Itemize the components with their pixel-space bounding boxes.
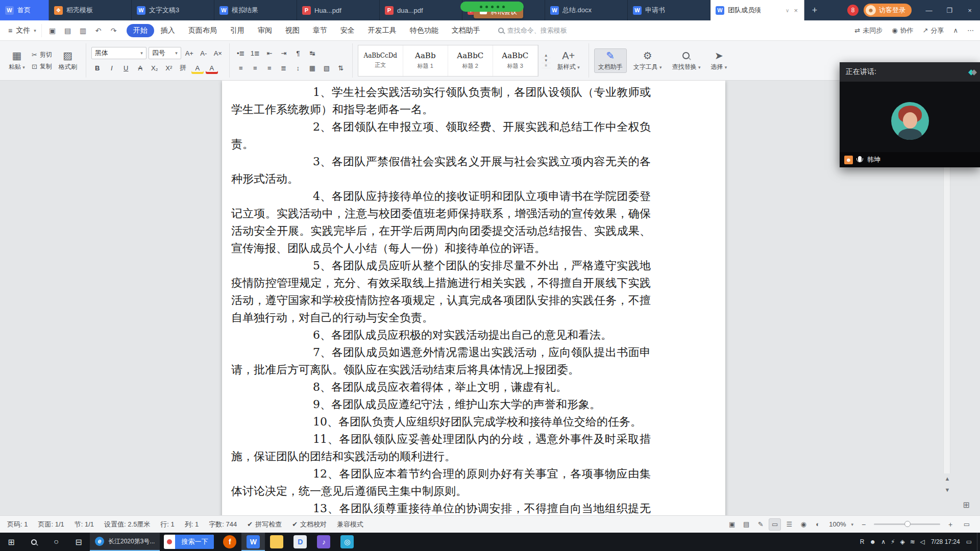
tray-icon[interactable]: ⚡ bbox=[891, 538, 895, 545]
document-tab[interactable]: W 模拟结果 ∨ × bbox=[214, 0, 297, 20]
document-page[interactable]: 1、学生社会实践活动实行领队负责制，各团队设领队（专业教师或学生工作系统教师）和… bbox=[222, 81, 725, 515]
next-page-button[interactable]: ▼ bbox=[942, 485, 952, 495]
screen-share-indicator[interactable] bbox=[460, 2, 524, 12]
highlight-color-button[interactable]: A bbox=[191, 62, 204, 74]
tray-icon[interactable]: ☻ bbox=[870, 538, 876, 545]
bullet-list-button[interactable]: •≣ bbox=[235, 47, 247, 59]
proofread-status[interactable]: ✔ 文档校对 bbox=[292, 520, 327, 529]
more-options-icon[interactable]: ⋯ bbox=[967, 27, 974, 34]
strikethrough-button[interactable]: A bbox=[134, 62, 146, 74]
tab-close-icon[interactable]: × bbox=[793, 7, 799, 14]
text-tool-button[interactable]: ⚙ 文字工具 ▾ bbox=[630, 49, 666, 72]
menu-tab[interactable]: 安全 bbox=[334, 24, 361, 37]
zoom-out-button[interactable]: − bbox=[859, 520, 869, 529]
document-tab[interactable]: W 总结.docx ∨ × bbox=[545, 0, 628, 20]
previous-page-button[interactable]: ▲ bbox=[942, 473, 952, 484]
style-preset[interactable]: AaBb 标题 1 bbox=[403, 45, 448, 76]
outdent-button[interactable]: ⇤ bbox=[263, 47, 276, 59]
cortana-icon[interactable]: ○ bbox=[45, 533, 67, 551]
collapse-ribbon-icon[interactable]: ∧ bbox=[953, 27, 958, 34]
chevron-down-icon[interactable]: ▾ bbox=[851, 522, 853, 527]
sync-status[interactable]: ⇄ 未同步 bbox=[854, 26, 883, 35]
style-preset[interactable]: AaBbC 标题 2 bbox=[448, 45, 493, 76]
view-mode-icon[interactable]: ◐ bbox=[812, 518, 824, 531]
menu-tab[interactable]: 开发工具 bbox=[361, 24, 403, 37]
document-tab[interactable]: W 团队成员须 ∨ × bbox=[710, 0, 804, 20]
tray-icon[interactable]: ◈ bbox=[900, 538, 904, 545]
task-view-icon[interactable]: ⊟ bbox=[67, 533, 90, 551]
start-button[interactable]: ⊞ bbox=[0, 533, 22, 551]
tray-icon[interactable]: ◁ bbox=[920, 538, 925, 545]
guest-login-button[interactable]: ☻ 访客登录 bbox=[864, 4, 912, 17]
superscript-button[interactable]: X² bbox=[163, 62, 175, 74]
tray-icon[interactable]: ≋ bbox=[910, 538, 915, 545]
search-widget-button[interactable]: 搜索一下 bbox=[175, 535, 214, 549]
bold-button[interactable]: B bbox=[91, 62, 104, 74]
zoom-slider[interactable] bbox=[874, 523, 940, 525]
select-tool-button[interactable]: ➤ 选择 ▾ bbox=[707, 49, 730, 72]
save-icon[interactable]: ▣ bbox=[46, 24, 59, 37]
justify-button[interactable]: ≣ bbox=[278, 62, 290, 74]
show-desktop-button[interactable] bbox=[977, 533, 980, 551]
shading-button[interactable]: ▧ bbox=[321, 62, 333, 74]
copy-button[interactable]: ⊡ 复制 bbox=[32, 62, 52, 71]
close-button[interactable]: × bbox=[960, 0, 980, 20]
maximize-button[interactable]: ❐ bbox=[939, 0, 960, 20]
zoom-in-button[interactable]: + bbox=[945, 520, 955, 529]
pinyin-guide-button[interactable]: 拼 bbox=[177, 62, 189, 74]
numbered-list-button[interactable]: 1≣ bbox=[249, 47, 261, 59]
menu-tab[interactable]: 视图 bbox=[279, 24, 306, 37]
menu-tab[interactable]: 审阅 bbox=[251, 24, 279, 37]
clear-format-button[interactable]: A× bbox=[212, 47, 224, 59]
align-left-button[interactable]: ≡ bbox=[235, 62, 247, 74]
new-style-button[interactable]: A+ 新样式 ▾ bbox=[554, 49, 583, 72]
menu-tab[interactable]: 章节 bbox=[306, 24, 334, 37]
font-size-select[interactable]: 四号 ▾ bbox=[149, 47, 181, 59]
menu-tab[interactable]: 引用 bbox=[224, 24, 251, 37]
tencent-meeting-panel[interactable]: 正在讲话: ◆◆ ☻ 韩坤 bbox=[840, 62, 980, 167]
share-button[interactable]: ↗ 分享 bbox=[923, 26, 944, 35]
grow-font-button[interactable]: A+ bbox=[183, 47, 195, 59]
indent-button[interactable]: ⇥ bbox=[278, 47, 290, 59]
spellcheck-status[interactable]: ✔ 拼写检查 bbox=[247, 520, 282, 529]
find-replace-button[interactable]: 查找替换 ▾ bbox=[669, 49, 704, 72]
format-painter-button[interactable]: ▨ 格式刷 bbox=[55, 49, 81, 72]
gallery-down-icon[interactable]: ▼ bbox=[542, 58, 551, 63]
page-grid-button[interactable]: ⊞ bbox=[960, 498, 973, 511]
paste-button[interactable]: ▦ 粘贴 ▾ bbox=[5, 49, 29, 72]
file-menu-button[interactable]: ≡ 文件 ▾ bbox=[6, 24, 42, 37]
redo-icon[interactable]: ↷ bbox=[107, 24, 120, 37]
gallery-more-icon[interactable]: ≡ bbox=[542, 63, 551, 68]
tray-icon[interactable]: R bbox=[860, 538, 865, 545]
clock[interactable]: 7/28 17:24 bbox=[931, 538, 960, 545]
document-tab[interactable]: W 文字文稿3 ∨ × bbox=[132, 0, 214, 20]
view-mode-icon[interactable]: ☰ bbox=[783, 518, 795, 531]
document-tab[interactable]: W 首页 ∨ × bbox=[0, 0, 49, 20]
gallery-up-icon[interactable]: ▲ bbox=[542, 53, 551, 58]
zoom-slider-thumb[interactable] bbox=[904, 521, 911, 527]
view-mode-icon[interactable]: ▣ bbox=[726, 518, 738, 531]
menu-tab[interactable]: 文档助手 bbox=[445, 24, 487, 37]
taskbar-search-widget[interactable]: 搜索一下 bbox=[164, 535, 214, 549]
subscript-button[interactable]: X₂ bbox=[149, 62, 161, 74]
style-preset[interactable]: AaBbC 标题 3 bbox=[493, 45, 538, 76]
fit-page-icon[interactable]: ▭ bbox=[961, 518, 973, 531]
tray-icon[interactable]: ∧ bbox=[881, 538, 886, 545]
taskbar-app-icon[interactable]: W bbox=[241, 533, 265, 551]
action-center-icon[interactable]: ▭ bbox=[966, 538, 972, 545]
view-mode-icon[interactable]: ▭ bbox=[769, 518, 781, 531]
collaborate-button[interactable]: ◉ 协作 bbox=[892, 26, 913, 35]
document-tab[interactable]: P dua...pdf ∨ × bbox=[380, 0, 462, 20]
meeting-panel-header[interactable]: 正在讲话: ◆◆ bbox=[840, 62, 980, 82]
taskbar-app-icon[interactable]: ♪ bbox=[312, 533, 335, 551]
underline-button[interactable]: U bbox=[120, 62, 132, 74]
document-tab[interactable]: P Hua...pdf ∨ × bbox=[297, 0, 380, 20]
align-center-button[interactable]: ≡ bbox=[249, 62, 261, 74]
style-preset[interactable]: AaBbCcDd 正文 bbox=[358, 45, 403, 76]
view-mode-icon[interactable]: ✎ bbox=[754, 518, 767, 531]
undo-icon[interactable]: ↶ bbox=[92, 24, 105, 37]
edge-task-button[interactable]: e 长江2020第3号... bbox=[90, 533, 160, 551]
document-tab[interactable]: W 申请书 ∨ × bbox=[628, 0, 710, 20]
command-search[interactable]: 查找命令、搜索模板 bbox=[498, 26, 567, 35]
shrink-font-button[interactable]: A- bbox=[198, 47, 210, 59]
